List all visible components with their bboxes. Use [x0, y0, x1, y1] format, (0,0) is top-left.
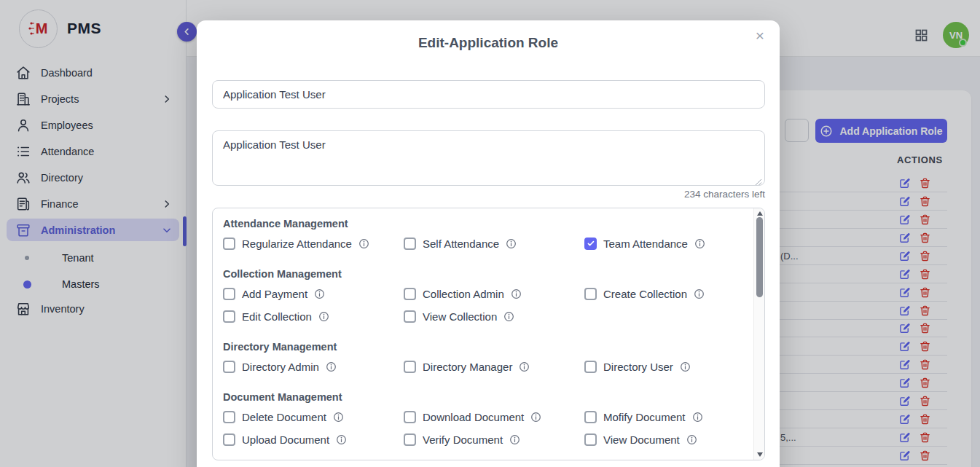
checkbox-unchecked[interactable]: [584, 288, 597, 300]
checkbox-unchecked[interactable]: [223, 238, 235, 250]
checkbox-unchecked[interactable]: [584, 433, 597, 446]
app-canvas: VN Add Application Role ACTIONS (D...5,.…: [0, 0, 980, 467]
edit-application-role-modal: × Edit-Application Role Role* Descriptio…: [197, 20, 780, 467]
checkbox-unchecked[interactable]: [223, 288, 235, 300]
info-icon[interactable]: [326, 361, 337, 372]
permission-item[interactable]: Self Attendance: [404, 236, 584, 251]
info-icon[interactable]: [519, 361, 530, 372]
permission-item[interactable]: Directory Manager: [404, 359, 584, 374]
info-icon[interactable]: [694, 289, 705, 299]
checkbox-unchecked[interactable]: [223, 411, 235, 423]
permission-group: Collection ManagementAdd PaymentCollecti…: [223, 267, 753, 323]
modal-title: Edit-Application Role: [197, 20, 780, 51]
permission-group: Directory ManagementDirectory AdminDirec…: [223, 340, 753, 374]
permission-label: Directory Admin: [242, 361, 319, 373]
permission-item[interactable]: Regularize Attendance: [223, 236, 404, 251]
permission-label: Directory User: [603, 361, 673, 373]
resize-handle-icon[interactable]: [754, 176, 762, 184]
checkbox-unchecked[interactable]: [404, 310, 416, 323]
permission-item[interactable]: Create Collection: [584, 286, 753, 301]
checkbox-unchecked[interactable]: [404, 433, 416, 446]
permission-group: Document ManagementDelete DocumentDownlo…: [223, 390, 753, 447]
info-icon[interactable]: [336, 434, 347, 445]
permission-item[interactable]: Download Document: [404, 409, 584, 424]
permission-label: Regularize Attendance: [242, 238, 352, 250]
permission-item[interactable]: Edit Collection: [223, 309, 404, 323]
permission-label: Collection Admin: [423, 288, 504, 300]
permission-group-title: Directory Management: [223, 340, 753, 354]
info-icon[interactable]: [511, 289, 522, 299]
permission-label: View Collection: [423, 310, 497, 323]
description-value: Application Test User: [223, 138, 326, 151]
permission-item[interactable]: Upload Document: [223, 432, 404, 447]
info-icon[interactable]: [318, 311, 329, 322]
permission-item[interactable]: Add Payment: [223, 286, 404, 301]
permission-label: Delete Document: [242, 411, 326, 423]
checkbox-unchecked[interactable]: [584, 411, 597, 423]
permission-label: Edit Collection: [242, 310, 312, 323]
checkbox-unchecked[interactable]: [223, 310, 235, 323]
checkbox-unchecked[interactable]: [404, 411, 416, 423]
permission-label: View Document: [603, 433, 680, 446]
permission-label: Download Document: [423, 411, 524, 423]
permission-items-grid: Delete DocumentDownload DocumentMofify D…: [223, 409, 753, 447]
checkbox-checked[interactable]: [584, 238, 597, 250]
permissions-list: Attendance ManagementRegularize Attendan…: [213, 208, 753, 460]
permission-items-grid: Directory AdminDirectory ManagerDirector…: [223, 359, 753, 374]
permission-label: Directory Manager: [423, 361, 512, 373]
checkbox-unchecked[interactable]: [404, 238, 416, 250]
permission-item[interactable]: View Document: [584, 432, 753, 447]
info-icon[interactable]: [506, 238, 517, 249]
role-input[interactable]: [212, 80, 765, 109]
checkbox-unchecked[interactable]: [223, 361, 235, 373]
checkbox-unchecked[interactable]: [404, 288, 416, 300]
checkbox-unchecked[interactable]: [223, 433, 235, 446]
permission-label: Verify Document: [423, 433, 503, 446]
close-icon[interactable]: ×: [750, 26, 769, 45]
checkbox-unchecked[interactable]: [404, 361, 416, 373]
permission-item[interactable]: Team Attendance: [584, 236, 753, 251]
description-textarea[interactable]: Application Test User: [212, 130, 765, 186]
permission-group-title: Collection Management: [223, 267, 753, 281]
permission-label: Team Attendance: [603, 238, 688, 250]
permission-item[interactable]: Mofify Document: [584, 409, 753, 424]
info-icon[interactable]: [686, 434, 697, 445]
info-icon[interactable]: [503, 311, 514, 322]
info-icon[interactable]: [509, 434, 520, 445]
permission-item[interactable]: Verify Document: [404, 432, 584, 447]
info-icon[interactable]: [333, 412, 344, 423]
characters-left-counter: 234 characters left: [684, 189, 765, 200]
info-icon[interactable]: [680, 361, 691, 372]
permissions-panel: Attendance ManagementRegularize Attendan…: [212, 208, 765, 460]
permission-label: Self Attendance: [423, 238, 499, 250]
permissions-scrollbar[interactable]: [753, 208, 764, 460]
checkbox-unchecked[interactable]: [584, 361, 597, 373]
permission-label: Create Collection: [603, 288, 687, 300]
info-icon[interactable]: [692, 412, 703, 423]
permission-label: Add Payment: [242, 288, 307, 300]
info-icon[interactable]: [530, 412, 541, 423]
permission-items-grid: Regularize AttendanceSelf AttendanceTeam…: [223, 236, 753, 251]
permission-item[interactable]: Collection Admin: [404, 286, 584, 301]
info-icon[interactable]: [694, 238, 705, 249]
scrollbar-down-arrow[interactable]: [754, 450, 765, 460]
permission-items-grid: Add PaymentCollection AdminCreate Collec…: [223, 286, 753, 323]
permission-group: Attendance ManagementRegularize Attendan…: [223, 216, 753, 251]
permission-label: Upload Document: [242, 433, 329, 446]
permission-group-title: Document Management: [223, 390, 753, 404]
permission-label: Mofify Document: [603, 411, 686, 423]
permission-item[interactable]: View Collection: [404, 309, 584, 323]
info-icon[interactable]: [314, 289, 325, 299]
info-icon[interactable]: [358, 238, 369, 249]
permission-item[interactable]: Directory Admin: [223, 359, 404, 374]
permission-item[interactable]: Delete Document: [223, 409, 404, 424]
permission-group-title: Attendance Management: [223, 216, 753, 231]
scrollbar-thumb[interactable]: [756, 217, 763, 297]
permission-item[interactable]: Directory User: [584, 359, 753, 374]
